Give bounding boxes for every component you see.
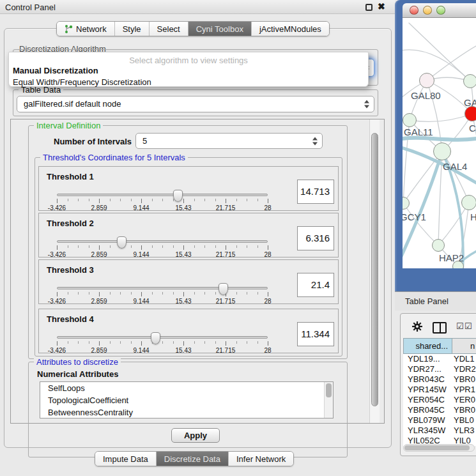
table-row[interactable]: YER054CYER0 <box>403 395 476 405</box>
table-row[interactable]: YDR27...YDR2 <box>403 364 476 374</box>
number-of-intervals-combobox[interactable]: 5 <box>135 133 323 149</box>
tab-style[interactable]: Style <box>115 22 150 36</box>
network-window-titlebar[interactable] <box>403 3 476 18</box>
attribute-item[interactable]: SelfLoops <box>40 382 333 394</box>
tick-mark <box>183 199 184 203</box>
threshold-label: Threshold 1 <box>47 172 94 181</box>
tick-mark <box>131 199 132 201</box>
threshold-value-field[interactable]: 21.4 <box>297 273 334 297</box>
tab-infer-network[interactable]: Infer Network <box>229 452 293 466</box>
tick-mark <box>257 292 258 295</box>
slider-track <box>57 194 268 196</box>
network-node-label: GA <box>464 97 476 108</box>
table-row[interactable]: YLR345WYLR3 <box>403 426 476 436</box>
tick-label: 15.43 <box>175 347 191 354</box>
tick-mark <box>268 341 268 346</box>
vertical-scrollbar[interactable] <box>369 119 380 423</box>
threshold-value-field[interactable]: 11.344 <box>297 322 334 346</box>
list-scrollbar[interactable] <box>324 382 333 418</box>
network-node[interactable] <box>463 74 476 88</box>
network-node[interactable] <box>461 195 476 210</box>
tick-mark <box>110 292 111 295</box>
network-node[interactable] <box>403 113 417 127</box>
threshold-value-field[interactable]: 14.713 <box>297 180 334 204</box>
slider-tick-labels: -3.4262.8599.14415.4321.71528 <box>57 251 268 259</box>
threshold-slider[interactable]: -3.4262.8599.14415.4321.71528 <box>57 282 268 303</box>
network-canvas[interactable]: GAL80GACGAL11GAL4GCY1HHAP2 <box>403 18 476 268</box>
tick-mark <box>183 292 184 296</box>
algorithm-option-manual[interactable]: Manual Discretization <box>9 65 368 77</box>
threshold-slider[interactable]: -3.4262.8599.14415.4321.71528 <box>57 331 268 353</box>
tab-select[interactable]: Select <box>150 22 188 36</box>
table-cell-shared-name: YBR043C <box>403 374 452 385</box>
attribute-item[interactable]: BetweennessCentrality <box>40 406 333 418</box>
tab-impute-data[interactable]: Impute Data <box>95 452 157 466</box>
tick-mark <box>68 292 68 295</box>
tick-label: 9.144 <box>133 298 149 305</box>
threshold-label: Threshold 2 <box>47 219 94 228</box>
tick-mark <box>215 245 216 248</box>
algorithm-option-equal-width[interactable]: Equal Width/Frequency Discretization <box>9 77 368 88</box>
table-row[interactable]: YPR145WYPR1 <box>403 385 476 395</box>
network-node-label: GAL11 <box>404 127 433 137</box>
table-row[interactable]: YBR045CYBR0 <box>403 405 476 415</box>
tick-mark <box>257 245 258 248</box>
table-header-row: shared... n <box>403 338 476 354</box>
threshold-slider[interactable]: -3.4262.8599.14415.4321.71528 <box>57 188 268 210</box>
control-panel-titlebar: Control Panel ✖ <box>0 0 395 14</box>
column-header-name[interactable]: n <box>452 338 476 354</box>
float-window-icon[interactable] <box>365 4 372 11</box>
network-node[interactable] <box>464 106 476 121</box>
table-row[interactable]: YBR043CYBR0 <box>403 374 476 385</box>
network-node[interactable] <box>432 239 445 252</box>
network-node[interactable] <box>433 142 451 160</box>
close-traffic-light[interactable] <box>410 6 418 15</box>
tab-discretize-data[interactable]: Discretize Data <box>157 452 229 466</box>
scrollbar-thumb[interactable] <box>404 445 470 450</box>
table-cell-name: YBR0 <box>452 374 476 385</box>
tab-network[interactable]: Network <box>57 22 115 36</box>
threshold-panel-4: Threshold 4-3.4262.8599.14415.4321.71528… <box>38 309 339 353</box>
table-cell-shared-name: YBR045C <box>403 405 452 415</box>
table-cell-shared-name: YER054C <box>403 395 452 405</box>
checkbox-icon[interactable]: ☑ <box>464 321 472 331</box>
columns-icon[interactable] <box>433 322 447 334</box>
tab-jactivemnodules[interactable]: jActiveMNodules <box>252 22 329 36</box>
tick-mark <box>152 292 153 295</box>
column-header-shared-name[interactable]: shared... <box>403 338 452 354</box>
slider-handle[interactable] <box>151 332 160 344</box>
scrollbar-thumb[interactable] <box>326 383 332 397</box>
tick-mark <box>194 199 195 201</box>
threshold-panel-2: Threshold 2-3.4262.8599.14415.4321.71528… <box>38 213 339 257</box>
threshold-label: Threshold 3 <box>47 265 94 275</box>
threshold-value-field[interactable]: 6.316 <box>297 226 334 250</box>
network-view-window[interactable]: GAL80GACGAL11GAL4GCY1HHAP2 <box>395 0 476 291</box>
close-icon[interactable]: ✖ <box>378 1 385 12</box>
tick-mark <box>247 341 247 344</box>
apply-button[interactable]: Apply <box>171 428 220 443</box>
tick-mark <box>57 292 58 296</box>
zoom-traffic-light[interactable] <box>436 6 445 15</box>
scrollbar-thumb[interactable] <box>371 133 378 406</box>
gear-icon[interactable] <box>411 321 423 332</box>
table-row[interactable]: YBL079WYBL0 <box>403 415 476 426</box>
table-row[interactable]: YDL19...YDL1 <box>403 354 476 364</box>
tick-mark <box>99 199 100 203</box>
horizontal-scrollbar[interactable] <box>403 444 475 452</box>
tick-mark <box>162 245 163 248</box>
tick-label: 21.715 <box>216 251 236 258</box>
tick-mark <box>204 199 205 201</box>
threshold-slider[interactable]: -3.4262.8599.14415.4321.71528 <box>57 235 268 257</box>
tick-mark <box>68 199 68 201</box>
checkbox-icon[interactable]: ☑ <box>456 321 464 331</box>
thresholds-group: Threshold's Coordinates for 5 Intervals … <box>35 157 342 357</box>
tick-mark <box>89 245 89 248</box>
tick-label: 21.715 <box>216 347 236 354</box>
slider-handle[interactable] <box>219 283 228 295</box>
attribute-item[interactable]: TopologicalCoefficient <box>40 394 333 406</box>
table-data-combobox[interactable]: galFiltered.sif default node <box>17 96 374 112</box>
numerical-attributes-list: SelfLoopsTopologicalCoefficientBetweenne… <box>40 381 334 418</box>
network-node[interactable] <box>419 73 434 88</box>
tab-cyni-toolbox[interactable]: Cyni Toolbox <box>188 22 252 36</box>
minimize-traffic-light[interactable] <box>423 6 432 15</box>
